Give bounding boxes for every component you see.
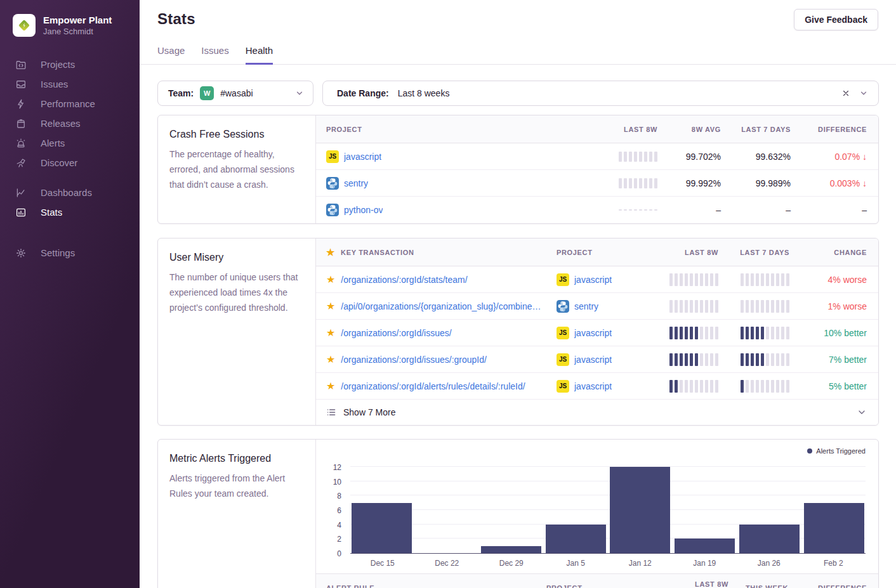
- change-value: 7% better: [789, 355, 867, 365]
- sidebar-item-alerts[interactable]: Alerts: [0, 133, 140, 153]
- main-content: Stats Give Feedback Usage Issues Health …: [140, 0, 896, 588]
- date-range-select[interactable]: Date Range: Last 8 weeks: [322, 81, 879, 106]
- python-platform-icon: [326, 177, 339, 190]
- metric-alerts-description: Metric Alerts Triggered Alerts triggered…: [158, 440, 316, 588]
- sidebar-item-label: Alerts: [41, 138, 65, 148]
- project-link[interactable]: javascript: [574, 275, 612, 285]
- python-platform-icon: [326, 204, 339, 216]
- metric-alerts-chart-area: Alerts Triggered 024681012 Dec 15Dec 22D…: [316, 440, 878, 588]
- chevron-down-icon[interactable]: [859, 89, 868, 98]
- give-feedback-button[interactable]: Give Feedback: [794, 9, 878, 30]
- metric-alerts-panel: Metric Alerts Triggered Alerts triggered…: [157, 439, 879, 588]
- key-transaction-star-icon[interactable]: ★: [326, 275, 335, 285]
- transaction-link[interactable]: /organizations/:orgId/issues/: [341, 328, 451, 338]
- key-transaction-star-icon[interactable]: ★: [326, 328, 335, 338]
- panel-title: Metric Alerts Triggered: [169, 453, 304, 464]
- nav-divider-gap: [0, 173, 140, 183]
- sidebar-item-label: Issues: [41, 79, 68, 89]
- difference-value: 0.003%: [830, 178, 860, 188]
- col-last-7-days: LAST 7 DAYS: [721, 126, 791, 133]
- trend-down-icon: ↓: [862, 178, 867, 188]
- page-header: Stats Give Feedback: [140, 0, 896, 28]
- chevron-down-icon[interactable]: [295, 89, 304, 98]
- project-link[interactable]: javascript: [344, 152, 381, 162]
- sidebar-item-performance[interactable]: Performance: [0, 94, 140, 114]
- sidebar-item-label: Releases: [41, 118, 81, 129]
- chevron-down-icon[interactable]: [857, 407, 867, 417]
- team-select[interactable]: Team: W #wasabi: [157, 81, 313, 106]
- col-last-8w: LAST 8W: [581, 126, 657, 133]
- org-switcher[interactable]: Empower Plant Jane Schmidt: [0, 14, 140, 37]
- transaction-link[interactable]: /organizations/:orgId/stats/team/: [341, 275, 467, 285]
- list-icon: [326, 407, 336, 417]
- misery-sparkline-7d: [741, 380, 789, 393]
- sidebar-item-discover[interactable]: Discover: [0, 153, 140, 173]
- page-title: Stats: [157, 10, 878, 28]
- team-avatar: W: [200, 86, 214, 100]
- panel-title: User Misery: [169, 252, 304, 263]
- chart-legend[interactable]: Alerts Triggered: [326, 446, 866, 456]
- crash-free-sparkline: [619, 209, 657, 211]
- col-difference: DIFFERENCE: [791, 126, 867, 133]
- project-link[interactable]: python-ov: [344, 205, 383, 215]
- sidebar-item-releases[interactable]: Releases: [0, 114, 140, 133]
- sidebar-item-label: Projects: [41, 59, 75, 70]
- javascript-platform-icon: JS: [557, 380, 569, 393]
- date-range-value: Last 8 weeks: [398, 88, 450, 98]
- org-logo: [13, 14, 36, 37]
- key-transaction-star-icon[interactable]: ★: [326, 355, 335, 365]
- siren-icon: [15, 138, 27, 149]
- lightning-icon: [15, 98, 27, 110]
- tab-usage[interactable]: Usage: [157, 45, 185, 65]
- show-more-button[interactable]: Show 7 More: [316, 400, 878, 425]
- key-transaction-star-icon[interactable]: ★: [326, 301, 335, 311]
- transaction-link[interactable]: /api/0/organizations/{organization_slug}…: [341, 301, 541, 311]
- sidebar-item-stats[interactable]: Stats: [0, 202, 140, 222]
- misery-sparkline-7d: [741, 353, 789, 366]
- project-link[interactable]: sentry: [574, 301, 598, 311]
- sidebar-item-issues[interactable]: Issues: [0, 74, 140, 94]
- change-value: 5% better: [789, 381, 867, 391]
- project-link[interactable]: javascript: [574, 328, 612, 338]
- misery-sparkline-8w: [669, 300, 718, 313]
- panel-description: The percentage of healthy, errored, and …: [169, 147, 304, 192]
- sidebar-item-dashboards[interactable]: Dashboards: [0, 183, 140, 202]
- table-header: ★KEY TRANSACTION PROJECT LAST 8W LAST 7 …: [316, 238, 878, 266]
- clear-icon[interactable]: [841, 89, 850, 98]
- empower-plant-logo-icon: [17, 18, 31, 32]
- sidebar-item-settings[interactable]: Settings: [0, 243, 140, 263]
- project-link[interactable]: javascript: [574, 355, 612, 365]
- last-7d-value: 99.989%: [721, 178, 791, 188]
- javascript-platform-icon: JS: [557, 327, 569, 339]
- team-value: #wasabi: [220, 88, 253, 98]
- project-link[interactable]: javascript: [574, 381, 612, 391]
- user-misery-table: ★KEY TRANSACTION PROJECT LAST 8W LAST 7 …: [316, 238, 878, 425]
- col-project: PROJECT: [326, 126, 581, 133]
- project-link[interactable]: sentry: [344, 178, 368, 188]
- avg-8w-value: 99.702%: [657, 152, 721, 162]
- tab-issues[interactable]: Issues: [201, 45, 228, 65]
- key-transaction-star-icon[interactable]: ★: [326, 381, 335, 391]
- alert-rules-table-header: ALERT RULE PROJECT LAST 8W AVERAGE THIS …: [316, 573, 878, 588]
- difference-value: –: [791, 205, 867, 215]
- crash-free-sparkline: [619, 178, 657, 188]
- transaction-link[interactable]: /organizations/:orgId/alerts/rules/detai…: [341, 381, 525, 391]
- show-more-label: Show 7 More: [343, 407, 395, 417]
- last-7d-value: –: [721, 205, 791, 215]
- transaction-link[interactable]: /organizations/:orgId/issues/:groupId/: [341, 355, 487, 365]
- col-last-7-days: LAST 7 DAYS: [718, 249, 789, 256]
- tab-health[interactable]: Health: [246, 45, 273, 65]
- table-row: ★/organizations/:orgId/alerts/rules/deta…: [316, 373, 878, 400]
- misery-sparkline-7d: [741, 327, 789, 339]
- tabs-bar: Usage Issues Health: [140, 45, 896, 65]
- sidebar-item-label: Dashboards: [41, 187, 92, 198]
- misery-sparkline-7d: [741, 273, 789, 286]
- col-this-week: THIS WEEK: [728, 584, 788, 588]
- panel-description: The number of unique users that experien…: [169, 270, 304, 315]
- date-range-label: Date Range:: [337, 88, 389, 98]
- sidebar-item-label: Settings: [41, 247, 75, 258]
- panel-title: Crash Free Sessions: [169, 129, 304, 140]
- sidebar-item-projects[interactable]: Projects: [0, 55, 140, 74]
- nav-divider-gap: [0, 222, 140, 243]
- user-misery-description: User Misery The number of unique users t…: [158, 238, 316, 425]
